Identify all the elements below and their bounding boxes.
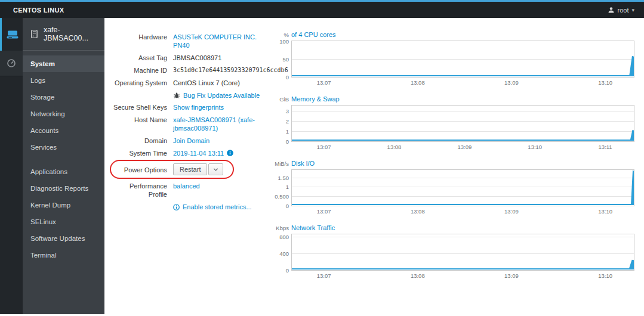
x-tick-label: 13:08 [387,144,402,150]
chevron-down-icon: ▾ [631,7,634,13]
bug-fix-updates-row: Bug Fix Updates Available [109,89,273,101]
chart-disk-i-o-x-axis: 13:0713:0813:0913:10 [291,208,634,216]
y-tick-label: 2 [286,117,289,124]
ssh-keys-row: Secure Shell KeysShow fingerprints [109,101,273,114]
chart-disk-i-o: MiB/sDisk I/O1.5010.500013:0713:0813:091… [273,160,634,216]
performance-profile-row: Performance Profilebalanced [109,180,273,201]
power-options-row: Power OptionsRestart [109,159,273,180]
x-tick-label: 13:08 [411,208,425,215]
sidebar-item-kernel-dump[interactable]: Kernel Dump [23,197,104,213]
series-spike [627,41,634,76]
x-tick-label: 13:09 [457,144,472,150]
dashboard-tab[interactable] [0,51,23,76]
asset-tag-value: JBMSAC008971 [173,54,273,62]
sidebar: xafe-JBMSAC00... SystemLogsStorageNetwor… [23,18,104,314]
user-menu[interactable]: root ▾ [608,7,635,14]
bug-icon [173,92,180,99]
domain-label: Domain [109,137,167,145]
chart-network-traffic-title-row: KbpsNetwork Traffic [273,224,634,231]
system-time-label: System Time [109,149,167,157]
sidebar-item-system[interactable]: System [23,55,104,72]
host-name-link[interactable]: xafe-JBMSAC008971 (xafe-jbmsac008971) [173,116,273,132]
chart-memory-swap-title-row: GiBMemory & Swap [273,95,634,103]
ssh-keys-label: Secure Shell Keys [109,103,167,111]
y-tick-label: 1 [286,184,289,190]
chart-network-traffic-x-axis: 13:0713:0813:0913:10 [291,272,634,280]
machine-id-text: 3c51d0c17e644135923320791c6ccdb6 [173,66,288,75]
sidebar-item-diagnostic-reports[interactable]: Diagnostic Reports [23,180,104,197]
chart-network-traffic-plot[interactable]: 8004000 [291,234,634,271]
sidebar-item-storage[interactable]: Storage [23,89,104,106]
bug-fix-updates-link[interactable]: Bug Fix Updates Available [183,91,260,100]
sidebar-item-accounts[interactable]: Accounts [23,122,104,139]
gridline [292,131,634,132]
chart-of-4-cpu-cores-x-axis: 13:0713:0813:0913:10 [291,79,634,87]
operating-system-text: CentOS Linux 7 (Core) [173,79,240,87]
sidebar-item-networking[interactable]: Networking [23,106,104,122]
x-tick-label: 13:10 [598,272,612,279]
performance-profile-link[interactable]: balanced [173,182,200,190]
power-options-label: Power Options [109,163,167,174]
restart-button[interactable]: Restart [173,163,207,175]
operating-system-label: Operating System [109,79,167,87]
y-tick-label: 0 [286,74,289,80]
sidebar-item-logs[interactable]: Logs [23,72,104,89]
chart-disk-i-o-plot[interactable]: 1.5010.5000 [291,169,634,206]
stored-metrics-link[interactable]: Enable stored metrics... [183,203,252,211]
host-name-label: Host Name [109,116,167,124]
system-time-value: 2019-11-04 13:11 [173,149,273,157]
sidebar-item-applications[interactable]: Applications [23,163,104,180]
domain-value: Join Domain [173,137,273,145]
y-tick-label: 0 [286,267,289,274]
ssh-keys-link[interactable]: Show fingerprints [173,103,224,111]
y-tick-label: 1 [286,128,289,134]
chart-memory-swap: GiBMemory & Swap321013:0713:0813:0913:10… [273,95,634,151]
sidebar-item-terminal[interactable]: Terminal [23,247,104,264]
sidebar-item-software-updates[interactable]: Software Updates [23,230,104,247]
chart-memory-swap-plot[interactable]: 3210 [291,105,634,142]
chart-disk-i-o-title-link[interactable]: Disk I/O [291,160,315,167]
x-tick-label: 13:07 [317,208,331,215]
chart-memory-swap-x-axis: 13:0713:0813:0913:1013:11 [291,144,634,151]
chart-of-4-cpu-cores-unit: % [273,32,289,38]
x-tick-label: 13:10 [598,208,612,215]
host-machine-tab[interactable] [0,18,23,51]
host-name-value: xafe-JBMSAC008971 (xafe-jbmsac008971) [173,116,273,132]
asset-tag-row: Asset TagJBMSAC008971 [109,52,273,64]
chart-disk-i-o-plot-wrap: 1.5010.500013:0713:0813:0913:10 [291,169,634,216]
performance-profile-label: Performance Profile [109,182,167,199]
series-baseline [292,204,634,205]
operating-system-row: Operating SystemCentOS Linux 7 (Core) [109,76,273,89]
chart-memory-swap-title-link[interactable]: Memory & Swap [291,95,340,103]
hardware-link[interactable]: ASUSTeK COMPUTER INC. PN40 [173,33,273,49]
chevron-down-icon [213,168,218,172]
gridline [292,253,634,254]
sidebar-item-selinux[interactable]: SELinux [23,213,104,230]
chart-network-traffic-plot-wrap: 800400013:0713:0813:0913:10 [291,234,634,280]
info-outline-icon [173,204,180,210]
icon-strip [0,18,23,314]
chart-of-4-cpu-cores-title-link[interactable]: of 4 CPU cores [291,31,336,38]
system-time-link[interactable]: 2019-11-04 13:11 [173,149,224,157]
sidebar-item-services[interactable]: Services [23,139,104,156]
brand-title: CENTOS LINUX [13,7,64,14]
domain-link[interactable]: Join Domain [173,137,209,145]
x-tick-label: 13:09 [504,272,519,279]
x-tick-label: 13:09 [504,208,519,215]
main-content: HardwareASUSTeK COMPUTER INC. PN40Asset … [104,18,644,314]
y-tick-label: 1.50 [278,174,289,181]
domain-row: DomainJoin Domain [109,134,273,147]
chart-of-4-cpu-cores-title-row: %of 4 CPU cores [273,31,634,38]
operating-system-value: CentOS Linux 7 (Core) [173,79,273,87]
user-icon [608,7,615,14]
chart-network-traffic-title-link[interactable]: Network Traffic [291,224,335,231]
x-tick-label: 13:10 [528,144,542,150]
host-doc-icon [30,29,39,39]
restart-dropdown-toggle[interactable] [208,163,223,175]
series-spike [630,169,634,205]
chart-of-4-cpu-cores-plot-wrap: 10050013:0713:0813:0913:10 [291,41,634,87]
y-tick-label: 400 [279,250,289,256]
gridline [292,111,634,111]
chart-of-4-cpu-cores-plot[interactable]: 100500 [291,41,634,78]
host-header[interactable]: xafe-JBMSAC00... [23,18,104,51]
